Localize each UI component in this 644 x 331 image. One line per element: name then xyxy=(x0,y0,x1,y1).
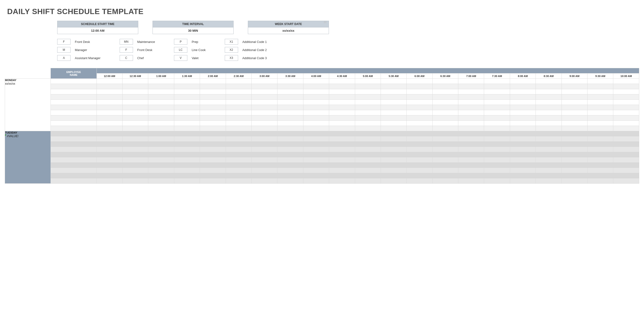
schedule-cell[interactable] xyxy=(96,147,122,152)
schedule-cell[interactable] xyxy=(122,89,148,94)
schedule-cell[interactable] xyxy=(562,84,587,89)
employee-cell[interactable] xyxy=(51,168,96,173)
schedule-cell[interactable] xyxy=(458,115,484,121)
schedule-cell[interactable] xyxy=(613,94,639,100)
schedule-cell[interactable] xyxy=(588,100,613,105)
schedule-cell[interactable] xyxy=(588,115,613,121)
schedule-cell[interactable] xyxy=(458,168,484,173)
schedule-cell[interactable] xyxy=(458,79,484,84)
schedule-cell[interactable] xyxy=(536,168,562,173)
schedule-cell[interactable] xyxy=(613,84,639,89)
schedule-cell[interactable] xyxy=(562,115,587,121)
schedule-cell[interactable] xyxy=(588,142,613,147)
schedule-cell[interactable] xyxy=(458,100,484,105)
employee-cell[interactable] xyxy=(51,84,96,89)
schedule-cell[interactable] xyxy=(200,131,226,136)
schedule-cell[interactable] xyxy=(432,115,458,121)
schedule-cell[interactable] xyxy=(148,84,174,89)
schedule-cell[interactable] xyxy=(148,173,174,178)
schedule-cell[interactable] xyxy=(122,110,148,115)
schedule-cell[interactable] xyxy=(562,89,587,94)
schedule-cell[interactable] xyxy=(122,115,148,121)
schedule-cell[interactable] xyxy=(536,126,562,131)
schedule-cell[interactable] xyxy=(226,168,252,173)
schedule-cell[interactable] xyxy=(200,126,226,131)
employee-cell[interactable] xyxy=(51,147,96,152)
legend-code[interactable]: C xyxy=(120,55,133,61)
schedule-cell[interactable] xyxy=(381,110,406,115)
schedule-cell[interactable] xyxy=(406,178,432,184)
schedule-cell[interactable] xyxy=(174,136,200,142)
schedule-cell[interactable] xyxy=(200,152,226,157)
schedule-cell[interactable] xyxy=(303,105,329,110)
schedule-cell[interactable] xyxy=(174,121,200,126)
employee-cell[interactable] xyxy=(51,136,96,142)
schedule-cell[interactable] xyxy=(252,100,277,105)
schedule-cell[interactable] xyxy=(588,89,613,94)
schedule-cell[interactable] xyxy=(510,126,536,131)
legend-code[interactable]: P xyxy=(174,39,187,45)
schedule-cell[interactable] xyxy=(432,131,458,136)
schedule-cell[interactable] xyxy=(174,89,200,94)
schedule-cell[interactable] xyxy=(355,142,381,147)
schedule-cell[interactable] xyxy=(200,79,226,84)
schedule-cell[interactable] xyxy=(303,157,329,163)
schedule-cell[interactable] xyxy=(303,110,329,115)
schedule-cell[interactable] xyxy=(200,178,226,184)
schedule-cell[interactable] xyxy=(588,178,613,184)
config-start-time-value[interactable]: 12:00 AM xyxy=(58,28,138,34)
schedule-cell[interactable] xyxy=(458,89,484,94)
schedule-cell[interactable] xyxy=(122,126,148,131)
schedule-cell[interactable] xyxy=(174,110,200,115)
schedule-cell[interactable] xyxy=(510,84,536,89)
schedule-cell[interactable] xyxy=(588,84,613,89)
schedule-cell[interactable] xyxy=(562,147,587,152)
schedule-cell[interactable] xyxy=(536,115,562,121)
schedule-cell[interactable] xyxy=(200,168,226,173)
schedule-cell[interactable] xyxy=(510,178,536,184)
schedule-cell[interactable] xyxy=(303,131,329,136)
schedule-cell[interactable] xyxy=(381,152,406,157)
schedule-cell[interactable] xyxy=(96,121,122,126)
schedule-cell[interactable] xyxy=(96,173,122,178)
schedule-cell[interactable] xyxy=(484,94,510,100)
schedule-cell[interactable] xyxy=(278,110,303,115)
schedule-cell[interactable] xyxy=(278,100,303,105)
schedule-cell[interactable] xyxy=(432,110,458,115)
schedule-cell[interactable] xyxy=(226,110,252,115)
schedule-cell[interactable] xyxy=(484,105,510,110)
schedule-cell[interactable] xyxy=(355,178,381,184)
schedule-cell[interactable] xyxy=(200,89,226,94)
schedule-cell[interactable] xyxy=(278,142,303,147)
schedule-cell[interactable] xyxy=(122,100,148,105)
schedule-cell[interactable] xyxy=(562,136,587,142)
schedule-cell[interactable] xyxy=(406,105,432,110)
schedule-cell[interactable] xyxy=(174,157,200,163)
schedule-cell[interactable] xyxy=(174,163,200,168)
schedule-cell[interactable] xyxy=(329,115,355,121)
schedule-cell[interactable] xyxy=(148,136,174,142)
schedule-cell[interactable] xyxy=(329,163,355,168)
schedule-cell[interactable] xyxy=(96,115,122,121)
schedule-cell[interactable] xyxy=(148,121,174,126)
schedule-cell[interactable] xyxy=(355,163,381,168)
legend-code[interactable]: X1 xyxy=(225,39,238,45)
schedule-cell[interactable] xyxy=(406,84,432,89)
schedule-cell[interactable] xyxy=(329,79,355,84)
schedule-cell[interactable] xyxy=(148,147,174,152)
employee-cell[interactable] xyxy=(51,110,96,115)
schedule-cell[interactable] xyxy=(588,126,613,131)
schedule-cell[interactable] xyxy=(122,121,148,126)
schedule-cell[interactable] xyxy=(148,126,174,131)
schedule-cell[interactable] xyxy=(174,84,200,89)
schedule-cell[interactable] xyxy=(381,89,406,94)
schedule-cell[interactable] xyxy=(303,178,329,184)
schedule-cell[interactable] xyxy=(613,142,639,147)
employee-cell[interactable] xyxy=(51,89,96,94)
schedule-cell[interactable] xyxy=(562,94,587,100)
schedule-cell[interactable] xyxy=(510,100,536,105)
schedule-cell[interactable] xyxy=(174,168,200,173)
schedule-cell[interactable] xyxy=(174,147,200,152)
schedule-cell[interactable] xyxy=(303,152,329,157)
schedule-cell[interactable] xyxy=(122,163,148,168)
